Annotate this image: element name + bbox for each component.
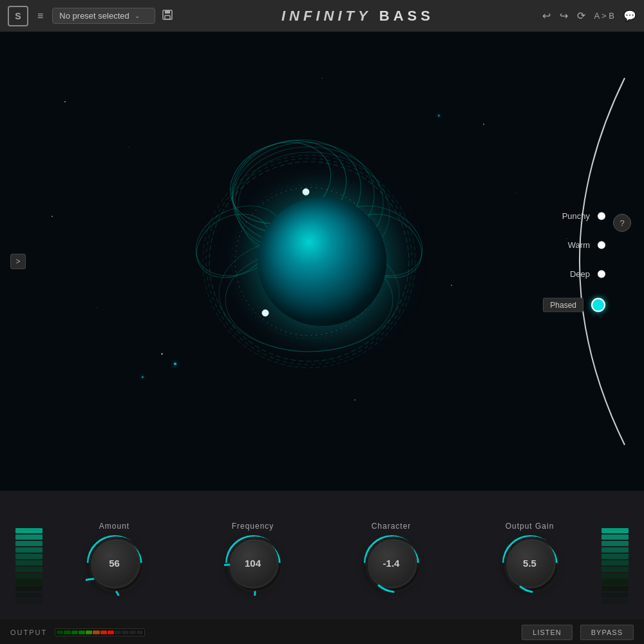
- knob-label-character: Character: [372, 522, 412, 531]
- char-item-warm[interactable]: Warm: [543, 240, 605, 250]
- listen-button[interactable]: LISTEN: [522, 625, 573, 640]
- meter-seg-11: [129, 630, 136, 634]
- plugin-title: INFINITY BASS: [180, 8, 535, 24]
- knobs-row: Amount 56 Frequency 104: [45, 522, 599, 589]
- knob-label-frequency: Frequency: [232, 522, 274, 531]
- bypass-button[interactable]: BYPASS: [580, 625, 634, 640]
- save-icon[interactable]: [162, 9, 173, 23]
- knob-group-frequency: Frequency 104: [227, 522, 279, 589]
- controls-area: Amount 56 Frequency 104: [0, 491, 644, 620]
- char-dot-punchy[interactable]: [598, 212, 605, 220]
- knob-value-output-gain: 5.5: [523, 558, 536, 569]
- help-button[interactable]: ?: [613, 214, 631, 232]
- vu-meter-right: [599, 504, 631, 607]
- knob-amount[interactable]: 56: [89, 537, 140, 589]
- redo-icon[interactable]: ↪: [560, 10, 568, 22]
- char-label-warm: Warm: [568, 240, 590, 250]
- chat-icon[interactable]: 💬: [623, 10, 636, 22]
- char-box-phased[interactable]: Phased: [543, 298, 583, 312]
- meter-seg-3: [71, 630, 78, 634]
- meter-seg-9: [115, 630, 121, 634]
- char-dot-deep[interactable]: [598, 270, 605, 278]
- viz-area: > Punchy Warm Deep Phased: [0, 32, 644, 491]
- preset-name: No preset selected: [59, 11, 129, 21]
- char-label-punchy: Punchy: [562, 211, 590, 221]
- knob-value-amount: 56: [109, 558, 120, 569]
- char-item-phased[interactable]: Phased: [543, 298, 605, 312]
- knob-frequency[interactable]: 104: [227, 537, 279, 589]
- knob-label-amount: Amount: [99, 522, 129, 531]
- meter-segments: [57, 630, 143, 634]
- knob-group-output-gain: Output Gain 5.5: [504, 522, 556, 589]
- meter-seg-10: [122, 630, 128, 634]
- meter-seg-8: [108, 630, 114, 634]
- vu-meter-left: [13, 504, 45, 607]
- meter-seg-5: [86, 630, 92, 634]
- char-dot-warm[interactable]: [598, 241, 605, 249]
- character-panel: Punchy Warm Deep Phased: [543, 211, 605, 312]
- toolbar-icons: ↩ ↪ ⟳ A > B 💬: [542, 10, 636, 22]
- ab-button[interactable]: A > B: [594, 11, 614, 21]
- knob-character[interactable]: -1.4: [366, 537, 417, 589]
- preset-selector[interactable]: No preset selected ⌄: [52, 8, 155, 24]
- meter-seg-7: [100, 630, 107, 634]
- knob-value-frequency: 104: [245, 558, 261, 569]
- plugin-container: S ≡ No preset selected ⌄ INFINITY BASS ↩…: [0, 0, 644, 644]
- meter-seg-2: [64, 630, 70, 634]
- meter-seg-4: [79, 630, 85, 634]
- output-label: OUTPUT: [10, 629, 47, 636]
- undo-icon[interactable]: ↩: [542, 10, 551, 22]
- knob-group-amount: Amount 56: [89, 522, 140, 589]
- char-label-deep: Deep: [570, 269, 590, 279]
- knob-label-output-gain: Output Gain: [506, 522, 554, 531]
- status-bar: OUTPUT LISTEN BYPASS: [0, 620, 644, 644]
- output-meter: [55, 629, 145, 636]
- svg-rect-1: [165, 10, 170, 14]
- char-dot-phased[interactable]: [591, 298, 605, 312]
- meter-seg-1: [57, 630, 63, 634]
- knob-output-gain[interactable]: 5.5: [504, 537, 556, 589]
- knob-value-character: -1.4: [383, 558, 400, 569]
- knob-group-character: Character -1.4: [366, 522, 417, 589]
- preset-arrow-icon: ⌄: [135, 12, 140, 19]
- char-item-punchy[interactable]: Punchy: [543, 211, 605, 221]
- logo-icon: S: [8, 6, 28, 26]
- orb-glow: [232, 171, 412, 352]
- top-bar: S ≡ No preset selected ⌄ INFINITY BASS ↩…: [0, 0, 644, 32]
- menu-icon[interactable]: ≡: [35, 8, 46, 24]
- svg-rect-2: [165, 15, 170, 19]
- expand-arrow[interactable]: >: [10, 254, 26, 269]
- char-item-deep[interactable]: Deep: [543, 269, 605, 279]
- meter-seg-6: [93, 630, 99, 634]
- meter-seg-12: [137, 630, 143, 634]
- loop-icon[interactable]: ⟳: [577, 10, 585, 22]
